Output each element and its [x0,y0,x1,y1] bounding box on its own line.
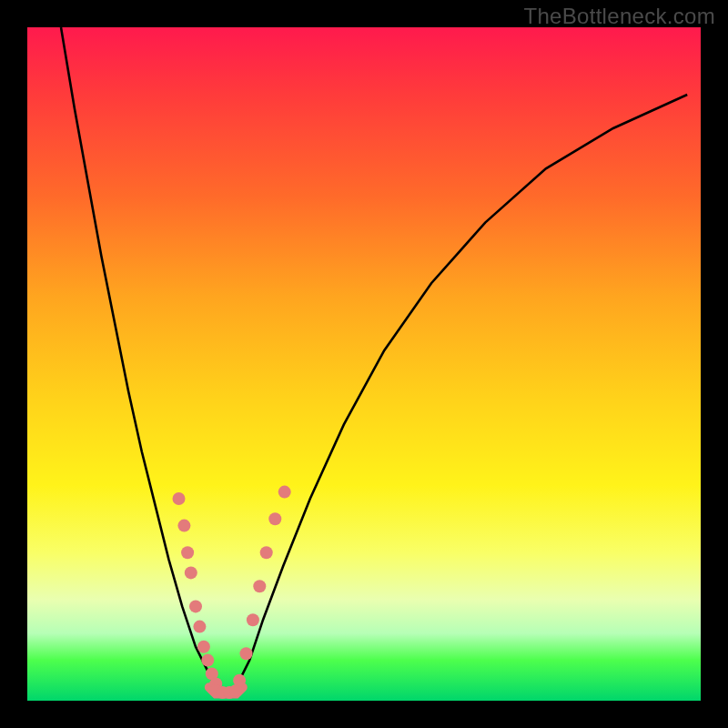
data-dot [201,654,214,667]
chart-frame: TheBottleneck.com [0,0,728,728]
data-dot [278,486,291,499]
data-dot [181,546,194,559]
data-dot [173,492,186,505]
data-dot [260,546,273,559]
data-dot [193,621,206,633]
chart-overlay [27,27,701,701]
data-dot [185,566,197,579]
data-dot [189,600,202,612]
dots-left-cluster [173,492,223,691]
data-dot [197,641,210,653]
data-dot [229,684,242,697]
right-curve-path [236,95,687,687]
data-dot [253,580,266,592]
left-curve-path [61,27,216,687]
data-dot [268,512,281,525]
dots-bottom-cluster [209,684,242,699]
curve-group [61,27,687,694]
data-dot [240,647,253,660]
watermark-text: TheBottleneck.com [523,4,715,29]
dots-right-cluster [233,486,291,687]
data-dot [247,613,259,626]
data-dot [177,520,190,532]
